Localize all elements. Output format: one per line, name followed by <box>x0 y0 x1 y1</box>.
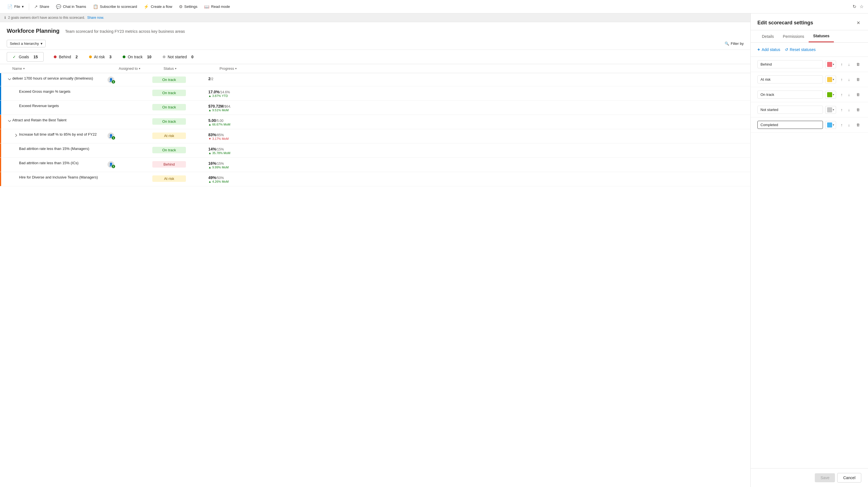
move-down-button[interactable]: ↓ <box>846 76 852 83</box>
status-name-input[interactable] <box>757 121 823 129</box>
goal-accent-bar <box>0 172 1 186</box>
share-button[interactable]: ↗ Share <box>31 2 52 11</box>
flow-label: Create a flow <box>151 4 172 9</box>
col-assigned-header[interactable]: Assigned to ▾ <box>119 66 163 70</box>
expand-collapse-button[interactable] <box>13 133 19 138</box>
goal-status[interactable]: On track <box>152 76 208 83</box>
table-row[interactable]: Exceed Gross margin % targetsOn track17.… <box>0 86 750 101</box>
progress-value: 14% <box>208 147 216 151</box>
color-swatch-button[interactable]: ▾ <box>825 60 836 68</box>
status-name-input[interactable] <box>757 90 823 98</box>
search-icon: 🔍 <box>725 41 729 46</box>
goal-assigned: 👤1 <box>107 132 152 139</box>
move-down-button[interactable]: ↓ <box>846 61 852 68</box>
avatar[interactable]: 👤2 <box>107 161 114 168</box>
reorder-buttons: ↑↓ <box>838 107 852 113</box>
refresh-icon[interactable]: ↻ <box>852 4 856 9</box>
avatar[interactable]: 👤2 <box>107 77 114 83</box>
move-up-button[interactable]: ↑ <box>838 76 845 83</box>
settings-icon: ⚙ <box>179 4 183 9</box>
progress-value: 5.00 <box>208 118 216 123</box>
delete-status-button[interactable]: 🗑 <box>855 122 861 128</box>
delete-status-button[interactable]: 🗑 <box>855 91 861 98</box>
col-status-header[interactable]: Status ▾ <box>163 66 219 70</box>
delete-status-button[interactable]: 🗑 <box>855 76 861 83</box>
save-button[interactable]: Save <box>815 473 835 482</box>
share-now-link[interactable]: Share now. <box>87 16 104 20</box>
expand-collapse-button[interactable] <box>7 118 12 124</box>
goal-accent-bar <box>0 115 1 129</box>
move-down-button[interactable]: ↓ <box>846 122 852 128</box>
reorder-buttons: ↑↓ <box>838 76 852 83</box>
tab-statuses[interactable]: Statuses <box>809 30 834 42</box>
readmode-button[interactable]: 📖 Read mode <box>201 2 233 11</box>
checkmark-icon: ✓ <box>12 55 16 59</box>
move-down-button[interactable]: ↓ <box>846 91 852 98</box>
subscribe-button[interactable]: 📋 Subscribe to scorecard <box>90 2 140 11</box>
delete-status-button[interactable]: 🗑 <box>855 61 861 68</box>
goals-count: 15 <box>34 55 38 59</box>
goal-status[interactable]: Behind <box>152 161 208 168</box>
tab-details[interactable]: Details <box>757 31 778 42</box>
table-row[interactable]: Exceed Revenue targetsOn track$70.72M/$6… <box>0 101 750 115</box>
color-swatch <box>827 122 832 127</box>
progress-value: 16% <box>208 161 216 166</box>
delete-status-button[interactable]: 🗑 <box>855 107 861 113</box>
no-expand-placeholder <box>13 104 19 110</box>
behind-stat[interactable]: Behind 2 <box>48 52 83 61</box>
tab-permissions[interactable]: Permissions <box>778 31 809 42</box>
table-row[interactable]: Attract and Retain the Best TalentOn tra… <box>0 115 750 129</box>
add-status-button[interactable]: + Add status <box>757 47 780 52</box>
reset-statuses-button[interactable]: ↺ Reset statuses <box>785 47 816 52</box>
move-up-button[interactable]: ↑ <box>838 107 845 113</box>
goal-status[interactable]: At risk <box>152 175 208 182</box>
color-swatch-button[interactable]: ▾ <box>825 91 836 98</box>
move-up-button[interactable]: ↑ <box>838 91 845 98</box>
status-name-input[interactable] <box>757 75 823 84</box>
goal-status[interactable]: At risk <box>152 132 208 139</box>
goal-status[interactable]: On track <box>152 146 208 153</box>
star-icon[interactable]: ☆ <box>860 4 864 9</box>
status-name-input[interactable] <box>757 106 823 114</box>
move-up-button[interactable]: ↑ <box>838 122 845 128</box>
chat-teams-button[interactable]: 💬 Chat in Teams <box>53 2 89 11</box>
goal-status[interactable]: On track <box>152 104 208 110</box>
progress-change: ▲ 35.78% MoM <box>208 151 264 155</box>
table-row[interactable]: Bad attrition rate less than 15% (ICs)👤2… <box>0 158 750 172</box>
move-down-button[interactable]: ↓ <box>846 107 852 113</box>
table-row[interactable]: Bad attrition rate less than 15% (Manage… <box>0 143 750 158</box>
color-swatch-button[interactable]: ▾ <box>825 121 836 129</box>
notstarted-stat[interactable]: Not started 0 <box>157 52 199 61</box>
table-row[interactable]: deliver 1700 hours of service annually (… <box>0 73 750 86</box>
goals-stat[interactable]: ✓ Goals 15 <box>7 52 44 62</box>
expand-collapse-button[interactable] <box>7 77 12 82</box>
goal-name: deliver 1700 hours of service annually (… <box>12 76 107 81</box>
status-badge: At risk <box>152 175 186 182</box>
statuses-list: ▾↑↓🗑▾↑↓🗑▾↑↓🗑▾↑↓🗑▾↑↓🗑 <box>751 57 868 133</box>
move-up-button[interactable]: ↑ <box>838 61 845 68</box>
table-row[interactable]: Hire for Diverse and Inclusive Teams (Ma… <box>0 172 750 187</box>
left-panel: ℹ 2 goals owners don't have access to th… <box>0 13 750 487</box>
filter-by-button[interactable]: 🔍 Filter by <box>725 41 744 46</box>
goal-name: Bad attrition rate less than 15% (ICs) <box>19 161 107 166</box>
col-progress-header[interactable]: Progress ▾ <box>219 66 270 70</box>
goal-status[interactable]: On track <box>152 118 208 125</box>
reset-statuses-label: Reset statuses <box>790 47 816 52</box>
settings-button[interactable]: ⚙ Settings <box>176 2 200 11</box>
goal-name: Bad attrition rate less than 15% (Manage… <box>19 146 107 151</box>
goal-assigned: 👤2 <box>107 161 152 168</box>
table-row[interactable]: Increase full time staff % to 85% by end… <box>0 129 750 143</box>
atrisk-stat[interactable]: At risk 3 <box>84 52 117 61</box>
ontrack-stat[interactable]: On track 10 <box>117 52 157 61</box>
panel-close-button[interactable]: ✕ <box>856 19 861 27</box>
col-name-header[interactable]: Name ▾ <box>12 66 119 70</box>
hierarchy-button[interactable]: Select a hierarchy <box>7 40 45 47</box>
color-swatch-button[interactable]: ▾ <box>825 76 836 84</box>
color-swatch-button[interactable]: ▾ <box>825 106 836 114</box>
avatar[interactable]: 👤1 <box>107 133 114 139</box>
status-name-input[interactable] <box>757 60 823 68</box>
goal-status[interactable]: On track <box>152 89 208 96</box>
flow-button[interactable]: ⚡ Create a flow <box>141 2 175 11</box>
cancel-button[interactable]: Cancel <box>837 473 861 483</box>
file-button[interactable]: 📄 File ▾ <box>4 2 27 11</box>
